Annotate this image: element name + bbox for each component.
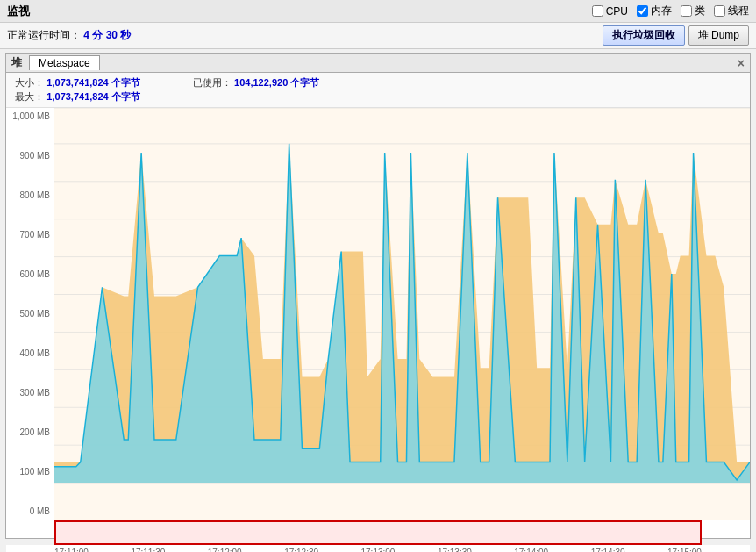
second-bar: 正常运行时间： 4 分 30 秒 执行垃圾回收 堆 Dump bbox=[0, 23, 756, 49]
y-label-100: 100 MB bbox=[6, 468, 54, 477]
thread-checkbox[interactable] bbox=[714, 5, 725, 17]
y-label-900: 900 MB bbox=[6, 152, 54, 161]
uptime-value: 4 分 30 秒 bbox=[83, 29, 131, 41]
class-checkbox-label[interactable]: 类 bbox=[681, 4, 705, 18]
cpu-checkbox-label[interactable]: CPU bbox=[592, 5, 628, 18]
y-label-600: 600 MB bbox=[6, 270, 54, 279]
y-label-200: 200 MB bbox=[6, 428, 54, 437]
heap-panel: 堆 Metaspace × 大小： 1,073,741,824 个字节 最大： … bbox=[5, 53, 751, 539]
size-info: 大小： 1,073,741,824 个字节 最大： 1,073,741,824 … bbox=[15, 76, 140, 104]
memory-checkbox[interactable] bbox=[637, 5, 648, 17]
max-label: 最大： bbox=[15, 91, 44, 102]
x-label-1: 17:11:30 bbox=[131, 548, 165, 552]
panel-info: 大小： 1,073,741,824 个字节 最大： 1,073,741,824 … bbox=[6, 73, 750, 108]
panel-header: 堆 Metaspace × bbox=[6, 54, 750, 73]
top-bar: 监视 CPU 内存 类 线程 bbox=[0, 0, 756, 23]
x-axis: 17:11:00 17:11:30 17:12:00 17:12:30 17:1… bbox=[6, 545, 750, 552]
thread-checkbox-label[interactable]: 线程 bbox=[714, 4, 749, 18]
x-label-8: 17:15:00 bbox=[667, 548, 702, 552]
class-checkbox[interactable] bbox=[681, 5, 692, 17]
max-value: 1,073,741,824 个字节 bbox=[46, 91, 139, 102]
gc-button[interactable]: 执行垃圾回收 bbox=[603, 25, 685, 46]
chart-svg-area bbox=[54, 108, 750, 520]
chart-wrapper: 0 MB 100 MB 200 MB 300 MB 400 MB 500 MB … bbox=[6, 108, 750, 538]
x-label-6: 17:14:00 bbox=[514, 548, 548, 552]
x-label-5: 17:13:30 bbox=[438, 548, 472, 552]
max-row: 最大： 1,073,741,824 个字节 bbox=[15, 90, 140, 104]
used-row: 已使用： 104,122,920 个字节 bbox=[193, 76, 320, 90]
size-row: 大小： 1,073,741,824 个字节 bbox=[15, 76, 140, 90]
y-label-1000: 1,000 MB bbox=[6, 112, 54, 121]
x-label-3: 17:12:30 bbox=[284, 548, 318, 552]
thread-label: 线程 bbox=[728, 4, 749, 18]
x-label-7: 17:14:30 bbox=[591, 548, 625, 552]
y-label-300: 300 MB bbox=[6, 389, 54, 398]
size-value: 1,073,741,824 个字节 bbox=[46, 77, 139, 88]
x-label-0: 17:11:00 bbox=[54, 548, 89, 552]
y-label-700: 700 MB bbox=[6, 231, 54, 240]
y-label-0: 0 MB bbox=[6, 507, 54, 516]
x-label-2: 17:12:00 bbox=[208, 548, 242, 552]
scrollbar-area[interactable] bbox=[54, 520, 702, 545]
action-buttons: 执行垃圾回收 堆 Dump bbox=[603, 25, 749, 46]
page-title: 监视 bbox=[7, 4, 30, 19]
close-icon[interactable]: × bbox=[738, 57, 745, 69]
class-label: 类 bbox=[695, 4, 705, 18]
used-value: 104,122,920 个字节 bbox=[234, 77, 319, 88]
y-axis: 0 MB 100 MB 200 MB 300 MB 400 MB 500 MB … bbox=[6, 108, 54, 520]
panel-title: 堆 bbox=[11, 55, 22, 70]
size-label: 大小： bbox=[15, 77, 44, 88]
cpu-checkbox[interactable] bbox=[592, 5, 603, 17]
chart-svg bbox=[54, 108, 750, 520]
x-label-4: 17:13:00 bbox=[361, 548, 396, 552]
heap-dump-button[interactable]: 堆 Dump bbox=[688, 25, 749, 46]
y-label-800: 800 MB bbox=[6, 191, 54, 200]
used-label: 已使用： bbox=[193, 77, 232, 88]
view-options: CPU 内存 类 线程 bbox=[592, 4, 749, 18]
cpu-label: CPU bbox=[606, 5, 628, 18]
memory-checkbox-label[interactable]: 内存 bbox=[637, 4, 672, 18]
chart-container: 0 MB 100 MB 200 MB 300 MB 400 MB 500 MB … bbox=[6, 108, 750, 520]
y-label-400: 400 MB bbox=[6, 349, 54, 358]
metaspace-tab[interactable]: Metaspace bbox=[29, 55, 100, 70]
y-label-500: 500 MB bbox=[6, 310, 54, 319]
memory-label: 内存 bbox=[651, 4, 672, 18]
uptime-section: 正常运行时间： 4 分 30 秒 bbox=[7, 28, 131, 43]
used-info: 已使用： 104,122,920 个字节 bbox=[193, 76, 320, 104]
uptime-label: 正常运行时间： bbox=[7, 29, 81, 41]
